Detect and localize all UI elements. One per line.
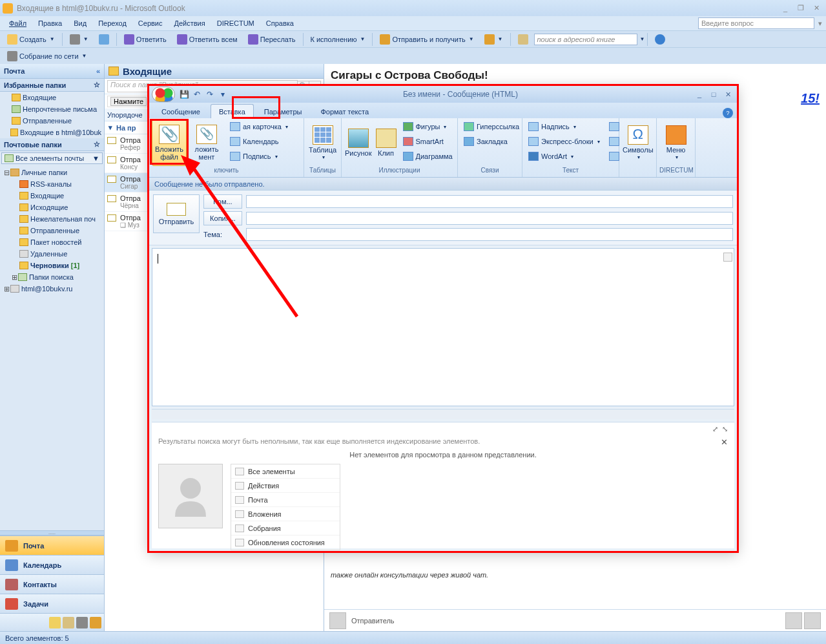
all-mail-items[interactable]: Все элементы почты▼ [1, 152, 103, 164]
attach-item-button[interactable]: 📎 ложить мент [189, 119, 224, 166]
menu-edit[interactable]: Правка [33, 18, 67, 28]
signature-button[interactable]: Подпись▾ [227, 149, 291, 163]
qat-more-icon[interactable]: ▾ [218, 89, 228, 99]
ruler-toggle-icon[interactable] [723, 253, 732, 262]
tree-junk[interactable]: Нежелательная поч [0, 213, 104, 225]
bookmark-button[interactable]: Закладка [460, 134, 522, 149]
tab-format-text[interactable]: Формат текста [312, 104, 377, 118]
address-book-button[interactable] [513, 32, 533, 47]
window-restore[interactable]: ❐ [794, 3, 808, 14]
menu-view[interactable]: Вид [68, 18, 92, 28]
tree-rss[interactable]: RSS-каналы [0, 178, 104, 190]
recipient-avatar[interactable] [804, 612, 821, 629]
navbtn-contacts[interactable]: Контакты [0, 574, 104, 594]
navbtn-mail[interactable]: Почта [0, 535, 104, 555]
calendar-button[interactable]: Календарь [227, 134, 291, 149]
navbtn-tasks[interactable]: Задачи [0, 594, 104, 613]
navbtn-calendar[interactable]: Календарь [0, 555, 104, 574]
follow-up-button[interactable]: К исполнению▼ [306, 32, 370, 47]
compose-maximize[interactable]: □ [707, 90, 720, 99]
office-button[interactable] [152, 87, 175, 102]
help-button[interactable] [650, 32, 670, 47]
symbols-button[interactable]: ΩСимволы▾ [622, 119, 654, 166]
tree-inbox[interactable]: Входящие [0, 190, 104, 202]
mail-folders-header[interactable]: Почтовые папки☆ [0, 138, 104, 151]
fav-unread[interactable]: Непрочтенные письма [0, 103, 104, 115]
qat-undo-icon[interactable]: ↶ [192, 89, 202, 99]
window-minimize[interactable]: _ [778, 3, 792, 14]
subject-input[interactable] [246, 228, 733, 241]
reply-all-button[interactable]: Ответить всем [172, 32, 242, 47]
qat-redo-icon[interactable]: ↷ [205, 89, 215, 99]
to-button[interactable]: Ком... [203, 194, 242, 209]
tree-account[interactable]: ⊞html@10bukv.ru [0, 283, 104, 295]
tree-outbox[interactable]: Исходящие [0, 202, 104, 213]
tab-message[interactable]: Сообщение [153, 104, 209, 118]
fav-sent[interactable]: Отправленные [0, 115, 104, 127]
move-button[interactable] [94, 32, 114, 47]
nav-collapse-icon[interactable]: « [96, 67, 100, 75]
warning-close-icon[interactable]: ✕ [721, 437, 728, 447]
directum-menu-button[interactable]: Меню▾ [659, 119, 692, 166]
shortcut-folders-icon[interactable] [63, 617, 74, 628]
clipart-button[interactable]: Клип [375, 119, 397, 166]
menu-file[interactable]: Файл [4, 18, 32, 28]
menu-directum[interactable]: DIRECTUM [212, 18, 260, 28]
compose-minimize[interactable]: _ [693, 90, 706, 99]
print-button[interactable]: ▼ [65, 32, 93, 47]
menu-help[interactable]: Справка [261, 18, 299, 28]
recipient-avatar[interactable] [785, 612, 802, 629]
new-button[interactable]: Создать▼ [3, 32, 59, 47]
quick-parts-button[interactable]: Экспресс-блоки▾ [525, 134, 603, 149]
year-link[interactable]: 15! [801, 91, 820, 106]
detail-status-updates[interactable]: Обновления состояния [231, 535, 340, 550]
tree-newsfeeds[interactable]: Пакет новостей [0, 236, 104, 248]
tree-personal[interactable]: ⊟Личные папки [0, 167, 104, 178]
menu-go[interactable]: Переход [93, 18, 132, 28]
help-question-input[interactable]: Введите вопрос [698, 17, 814, 29]
shortcut-config-icon[interactable] [90, 617, 101, 628]
compose-close[interactable]: ✕ [721, 90, 734, 99]
fav-inbox[interactable]: Входящие [0, 92, 104, 103]
textbox-button[interactable]: Надпись▾ [525, 119, 603, 134]
qat-save-icon[interactable]: 💾 [179, 89, 189, 99]
people-pane-expand-icon[interactable]: ⤢ [712, 425, 718, 433]
business-card-button[interactable]: ая карточка▾ [227, 119, 291, 134]
wordart-button[interactable]: WordArt▾ [525, 149, 603, 163]
tab-insert[interactable]: Вставка [211, 104, 254, 118]
smartart-button[interactable]: SmartArt [400, 134, 456, 149]
contact-avatar-large[interactable] [158, 464, 223, 528]
help-question-dropdown[interactable]: ▾ [818, 19, 822, 28]
detail-mail[interactable]: Почта [231, 493, 340, 507]
ribbon-help-icon[interactable]: ? [723, 108, 733, 118]
chart-button[interactable]: Диаграмма [400, 149, 456, 163]
people-pane-collapse-icon[interactable]: ⤡ [722, 425, 728, 433]
shortcut-notes-icon[interactable] [49, 617, 61, 628]
sender-avatar[interactable] [329, 612, 346, 629]
tree-sent[interactable]: Отправленные [0, 225, 104, 236]
fav-inbox-account[interactable]: Входящие в html@10buk [0, 127, 104, 138]
address-search-dropdown[interactable]: ▼ [640, 36, 645, 42]
send-button[interactable]: Отправить [153, 194, 200, 233]
address-search-input[interactable]: поиск в адресной книге [534, 34, 637, 45]
to-input[interactable] [246, 195, 733, 208]
nav-splitter[interactable]: ····· [0, 530, 104, 535]
tree-deleted[interactable]: Удаленные [0, 248, 104, 260]
send-receive-button[interactable]: Отправить и получить▼ [375, 32, 478, 47]
mailbox-button[interactable]: ▼ [480, 32, 508, 47]
forward-button[interactable]: Переслать [243, 32, 300, 47]
attach-file-button[interactable]: 📎 Вложить файл [152, 119, 187, 166]
tree-drafts[interactable]: Черновики [1] [0, 260, 104, 271]
menu-tools[interactable]: Сервис [133, 18, 168, 28]
window-close[interactable]: ✕ [809, 3, 823, 14]
online-meeting-button[interactable]: Собрание по сети▼ [3, 49, 91, 63]
shortcut-shortcuts-icon[interactable] [76, 617, 88, 628]
compose-scrollbar[interactable] [152, 409, 734, 419]
tab-options[interactable]: Параметры [256, 104, 311, 118]
detail-all-items[interactable]: Все элементы [231, 464, 340, 479]
cc-button[interactable]: Копия... [203, 211, 242, 225]
cc-input[interactable] [246, 212, 733, 225]
hyperlink-button[interactable]: Гиперссылка [460, 119, 522, 134]
compose-body-editor[interactable] [152, 248, 734, 406]
detail-attachments[interactable]: Вложения [231, 507, 340, 521]
